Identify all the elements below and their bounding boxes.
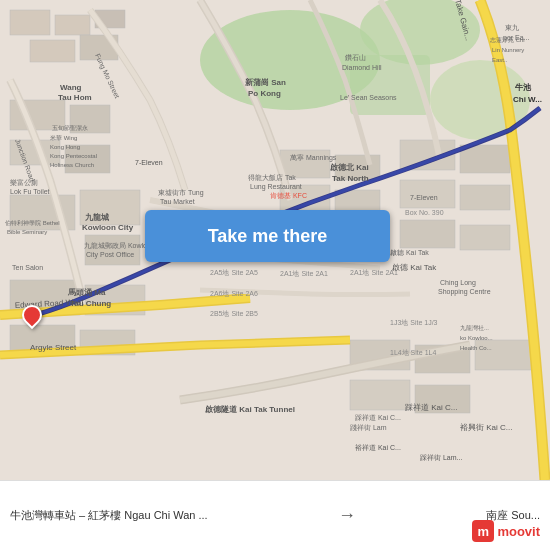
svg-text:東墟街市 Tung: 東墟街市 Tung xyxy=(158,189,204,197)
svg-text:Shopping Centre: Shopping Centre xyxy=(438,288,491,296)
svg-text:踩祥道 Kai C...: 踩祥道 Kai C... xyxy=(355,414,401,421)
svg-text:Argyle Street: Argyle Street xyxy=(30,343,77,352)
moovit-wordmark: moovit xyxy=(497,524,540,539)
svg-text:Box No. 390: Box No. 390 xyxy=(405,209,444,216)
svg-text:馬頭涌 Ma: 馬頭涌 Ma xyxy=(67,288,106,297)
svg-text:踐祥街 Lam: 踐祥街 Lam xyxy=(350,424,387,431)
svg-rect-8 xyxy=(30,40,75,62)
svg-text:Tau Hom: Tau Hom xyxy=(58,93,92,102)
svg-text:Le' Sean Seasons: Le' Sean Seasons xyxy=(340,94,397,101)
svg-text:ko Kowloo...: ko Kowloo... xyxy=(460,335,493,341)
svg-text:Po Kong: Po Kong xyxy=(248,89,281,98)
svg-text:Tau Chung: Tau Chung xyxy=(70,299,111,308)
origin-label: 牛池灣轉車站 – 紅茅樓 Ngau Chi Wan ... xyxy=(10,508,208,522)
svg-text:啟德隧道 Kai Tak Tunnel: 啟德隧道 Kai Tak Tunnel xyxy=(204,405,295,414)
svg-text:Lok Fu Toilet: Lok Fu Toilet xyxy=(10,188,50,195)
svg-text:1L4地 Site 1L4: 1L4地 Site 1L4 xyxy=(390,349,436,356)
svg-text:得龍大飯店 Tak: 得龍大飯店 Tak xyxy=(248,174,296,181)
svg-text:Ching Long: Ching Long xyxy=(440,279,476,287)
svg-text:九龍灣社...: 九龍灣社... xyxy=(460,324,489,331)
svg-text:East..: East.. xyxy=(492,57,508,63)
svg-text:7-Eleven: 7-Eleven xyxy=(410,194,438,201)
svg-text:Lin Nunnery: Lin Nunnery xyxy=(492,47,524,53)
svg-text:牛池: 牛池 xyxy=(515,83,532,92)
svg-text:Health Co...: Health Co... xyxy=(460,345,492,351)
svg-text:Wang: Wang xyxy=(60,83,82,92)
svg-text:啟德北 Kai: 啟德北 Kai xyxy=(329,163,369,172)
svg-text:7-Eleven: 7-Eleven xyxy=(135,159,163,166)
svg-text:Bible Seminary: Bible Seminary xyxy=(7,229,47,235)
svg-text:樂富公廁: 樂富公廁 xyxy=(10,179,38,187)
svg-text:2A6地 Site 2A6: 2A6地 Site 2A6 xyxy=(210,290,258,297)
svg-text:九龍城: 九龍城 xyxy=(84,213,110,222)
svg-rect-29 xyxy=(400,220,455,248)
svg-text:裕祥道 Kai C...: 裕祥道 Kai C... xyxy=(355,444,401,451)
svg-text:por Ea...: por Ea... xyxy=(503,34,530,42)
svg-text:Ten Salon: Ten Salon xyxy=(12,264,43,271)
svg-rect-34 xyxy=(350,380,410,410)
moovit-logo: m moovit xyxy=(472,520,540,542)
map-container: Edward Road West Argyle Street Junction … xyxy=(0,0,550,480)
svg-rect-15 xyxy=(85,235,140,265)
svg-text:鑽石山: 鑽石山 xyxy=(345,54,366,62)
svg-rect-28 xyxy=(460,185,510,210)
svg-text:Diamond Hill: Diamond Hill xyxy=(342,64,382,71)
moovit-icon: m xyxy=(472,520,494,542)
svg-rect-6 xyxy=(55,15,90,35)
svg-rect-5 xyxy=(10,10,50,35)
svg-text:Tak North: Tak North xyxy=(332,174,369,183)
svg-text:Holiness Church: Holiness Church xyxy=(50,162,94,168)
svg-text:裕興街 Kai C...: 裕興街 Kai C... xyxy=(460,423,512,432)
svg-text:踩祥道 Kai C...: 踩祥道 Kai C... xyxy=(405,403,457,412)
svg-text:2A1地 Site 2A1: 2A1地 Site 2A1 xyxy=(350,269,398,276)
svg-text:Tau Market: Tau Market xyxy=(160,198,195,205)
svg-text:Kong Pentecostal: Kong Pentecostal xyxy=(50,153,97,159)
svg-text:五旬節聖潔永: 五旬節聖潔永 xyxy=(52,124,88,131)
svg-text:啟德 Kai Tak: 啟德 Kai Tak xyxy=(392,263,437,272)
svg-text:踩祥街 Lam...: 踩祥街 Lam... xyxy=(420,454,462,461)
svg-text:新蒲崗 San: 新蒲崗 San xyxy=(245,77,286,87)
svg-text:2A1地 Site 2A1: 2A1地 Site 2A1 xyxy=(280,270,328,277)
svg-text:City Post Office: City Post Office xyxy=(86,251,134,259)
svg-text:米華 Wing: 米華 Wing xyxy=(50,135,77,141)
svg-text:2B5地 Site 2B5: 2B5地 Site 2B5 xyxy=(210,310,258,317)
svg-text:萬寧 Mannings: 萬寧 Mannings xyxy=(290,154,337,162)
svg-rect-30 xyxy=(460,225,510,250)
bottom-navigation-bar: 牛池灣轉車站 – 紅茅樓 Ngau Chi Wan ... → 南座 Sou..… xyxy=(0,480,550,550)
direction-arrow: → xyxy=(338,505,356,526)
take-me-there-button[interactable]: Take me there xyxy=(145,210,390,262)
svg-text:Kowloon City: Kowloon City xyxy=(82,223,134,232)
svg-text:東九: 東九 xyxy=(505,24,519,31)
svg-text:Lung Restaurant: Lung Restaurant xyxy=(250,183,302,191)
svg-text:Kong Hong: Kong Hong xyxy=(50,144,80,150)
svg-text:2A5地 Site 2A5: 2A5地 Site 2A5 xyxy=(210,269,258,276)
svg-text:1J3地 Site 1J/3: 1J3地 Site 1J/3 xyxy=(390,319,438,326)
svg-text:伯特利神學院 Bethel: 伯特利神學院 Bethel xyxy=(4,219,60,226)
svg-text:肯德基 KFC: 肯德基 KFC xyxy=(270,192,307,199)
svg-text:Chi W...: Chi W... xyxy=(513,95,542,104)
